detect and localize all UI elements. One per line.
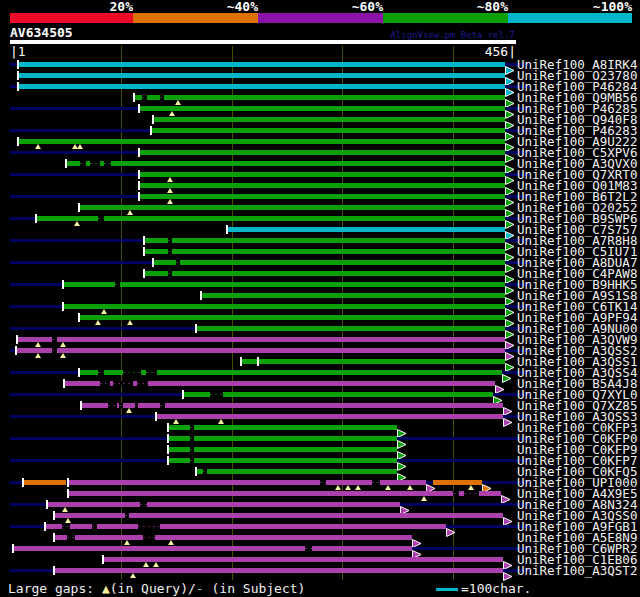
alignment-bar[interactable] (78, 370, 502, 375)
alignment-bar[interactable] (62, 282, 505, 287)
subject-gap-dash-line (168, 240, 172, 241)
query-gap-triangle (35, 342, 41, 347)
watermark: AlignView.pm Beta rel.7 (390, 30, 515, 40)
alignment-bar[interactable] (80, 403, 503, 408)
subject-gap-dash-line (210, 394, 223, 395)
query-gap-triangle (74, 221, 80, 226)
segment-start-tick (138, 148, 140, 157)
alignment-bar[interactable] (78, 315, 505, 320)
alignment-bar[interactable] (102, 557, 503, 562)
subject-gap-dash (98, 216, 104, 221)
alignment-bar[interactable] (195, 326, 505, 331)
alignment-bar[interactable] (240, 359, 505, 364)
alignment-bar[interactable] (65, 161, 505, 166)
arrow-head-icon (505, 137, 515, 146)
subject-gap-dash (90, 161, 100, 166)
subject-gap-dash-line (160, 405, 165, 406)
alignment-bar[interactable] (167, 447, 397, 452)
segment-start-tick (65, 159, 67, 168)
segment-start-tick (22, 478, 24, 487)
query-gap-triangle (175, 100, 181, 105)
alignment-bar[interactable] (138, 183, 505, 188)
query-gap-triangle (124, 540, 130, 545)
subject-gap-dash-line (92, 526, 97, 527)
subject-gap-dash-line (125, 515, 129, 516)
subject-gap-dash (190, 458, 194, 463)
alignment-bar[interactable] (22, 480, 66, 485)
scale-label: ~80% (446, 1, 508, 13)
alignment-bar[interactable] (16, 337, 505, 342)
alignment-bar[interactable] (46, 502, 400, 507)
subject-gap-dash (168, 249, 172, 254)
alignment-bar[interactable] (150, 128, 505, 133)
subject-gap-dash-line (305, 548, 312, 549)
alignment-bar[interactable] (182, 392, 493, 397)
alignment-bar[interactable] (167, 436, 397, 441)
ruler-end-label: 456| (485, 45, 516, 59)
alignment-bar[interactable] (67, 491, 501, 496)
subject-gap-dash-icon: - (196, 581, 204, 596)
subject-gap-dash (135, 403, 138, 408)
segment-start-tick (17, 60, 19, 69)
alignment-bar[interactable] (143, 271, 505, 276)
segment-start-tick (152, 115, 154, 124)
legend-scale-text: =100char. (461, 582, 531, 596)
alignment-bar[interactable] (138, 172, 505, 177)
query-gap-triangle (35, 353, 41, 358)
alignment-bar[interactable] (133, 95, 505, 100)
query-gap-triangle (468, 485, 474, 490)
alignment-bar[interactable] (62, 304, 505, 309)
segment-start-tick (182, 390, 184, 399)
arrow-head-icon (505, 170, 515, 179)
alignment-bar[interactable] (167, 425, 397, 430)
alignment-bar[interactable] (226, 227, 505, 232)
subject-gap-dash (203, 469, 207, 474)
alignment-bar[interactable] (53, 535, 412, 540)
subject-gap-dash (464, 491, 479, 496)
alignment-bar[interactable] (44, 524, 446, 529)
segment-start-tick (167, 434, 169, 443)
alignment-bar[interactable] (17, 73, 505, 78)
segment-start-tick (152, 258, 154, 267)
alignment-bar[interactable] (17, 84, 505, 89)
alignment-bar[interactable] (143, 238, 505, 243)
arrow-head-icon (505, 324, 515, 333)
scale-label: ~60% (321, 1, 383, 13)
subject-gap-dash-line (119, 405, 123, 406)
alignment-bar[interactable] (138, 150, 505, 155)
alignment-bar[interactable] (152, 260, 505, 265)
segment-start-tick (150, 126, 152, 135)
uniref-label[interactable]: UniRef100_A3QST2 (517, 565, 637, 576)
gridline (121, 46, 122, 580)
alignment-bar[interactable] (17, 62, 505, 67)
alignment-bar[interactable] (155, 414, 503, 419)
alignment-bar[interactable] (433, 480, 482, 485)
segment-start-tick (138, 104, 140, 113)
alignment-bar[interactable] (17, 139, 505, 144)
alignment-bar[interactable] (195, 469, 397, 474)
alignment-bar[interactable] (152, 117, 505, 122)
alignment-bar[interactable] (200, 293, 505, 298)
arrow-head-icon (505, 302, 515, 311)
arrow-head-icon (412, 544, 422, 553)
alignment-bar[interactable] (53, 513, 503, 518)
alignment-bar[interactable] (167, 458, 397, 463)
alignment-bar[interactable] (143, 249, 505, 254)
alignment-bar[interactable] (138, 106, 505, 111)
legend-query-text: (in Query)/ (110, 581, 196, 596)
alignment-bar[interactable] (53, 568, 503, 573)
arrow-head-icon (505, 313, 515, 322)
identity-scale-segment (258, 13, 383, 23)
alignment-bar[interactable] (12, 546, 412, 551)
subject-gap-dash-line (190, 460, 194, 461)
segment-start-tick (138, 181, 140, 190)
alignment-bar[interactable] (15, 348, 505, 353)
subject-gap-dash (125, 513, 129, 518)
alignment-bar[interactable] (78, 205, 505, 210)
subject-gap-dash-line (67, 537, 75, 538)
arrow-head-icon (505, 247, 515, 256)
alignment-bar[interactable] (138, 194, 505, 199)
subject-gap-dash-line (190, 427, 194, 428)
query-gap-triangle (60, 353, 66, 358)
alignment-bar[interactable] (35, 216, 505, 221)
